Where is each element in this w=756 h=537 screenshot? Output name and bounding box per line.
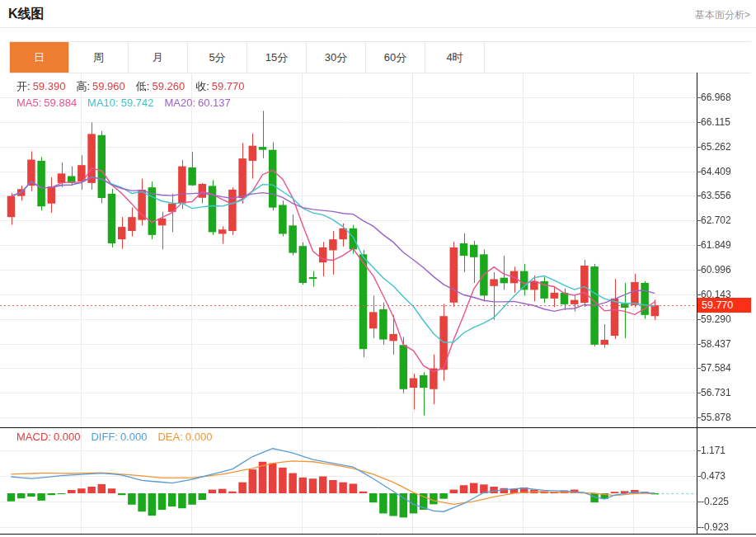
indicator-label: 收:: [195, 80, 209, 92]
indicator-label: 低:: [136, 80, 150, 92]
indicator-label: DIFF:: [91, 431, 118, 443]
indicator-label: MA5:: [16, 97, 41, 109]
y-axis-label: 64.409: [701, 166, 731, 177]
indicator-value: 59.960: [92, 80, 125, 92]
indicator-value: 59.770: [212, 80, 245, 92]
y-axis-label: 63.556: [701, 190, 731, 201]
y-axis-label: 1.171: [701, 445, 725, 456]
y-axis-label: 66.115: [701, 116, 730, 128]
indicator-value: 59.390: [33, 80, 66, 92]
macd-readout-row: MACD:0.000DIFF:0.000DEA:0.000: [16, 431, 223, 443]
ohlc-item: 低:59.260: [136, 80, 185, 92]
y-axis-label: 61.849: [701, 239, 731, 251]
kline-page: K线图 基本面分析> 日周月5分15分30分60分4时 开:59.390高:59…: [0, 0, 756, 537]
indicator-value: 0.000: [120, 431, 148, 443]
indicator-value: 59.884: [44, 97, 77, 109]
indicator-label: DEA:: [157, 431, 182, 443]
ohlc-item: 开:59.390: [16, 80, 65, 92]
ohlc-item: 收:59.770: [195, 80, 244, 92]
indicator-value: 59.742: [121, 97, 154, 109]
y-axis-label: -0.923: [701, 521, 729, 533]
y-axis-label: 58.437: [701, 338, 731, 350]
ma-readout-row: MA5:59.884MA10:59.742MA20:60.137: [16, 97, 242, 109]
ma-item: MA20:60.137: [164, 97, 230, 109]
y-axis-label: 60.996: [701, 264, 731, 276]
y-axis-label: -0.225: [701, 496, 729, 507]
y-axis-label: 56.731: [701, 387, 731, 398]
indicator-value: 60.137: [198, 97, 231, 109]
indicator-value: 0.000: [185, 431, 213, 443]
macd-item: DEA:0.000: [157, 431, 212, 443]
indicator-label: MACD:: [16, 431, 51, 443]
y-axis-label: 62.702: [701, 214, 731, 226]
macd-item: DIFF:0.000: [91, 431, 147, 443]
y-axis-label: 0.473: [701, 470, 725, 482]
current-price-badge: 59.770: [697, 298, 751, 313]
ma-item: MA5:59.884: [16, 97, 77, 109]
ohlc-readout-row: 开:59.390高:59.960低:59.260收:59.770: [16, 79, 256, 94]
y-axis-label: 59.290: [701, 313, 731, 325]
y-axis-label: 57.584: [701, 362, 731, 374]
indicator-label: 开:: [16, 80, 31, 92]
y-axis-label: 65.262: [701, 141, 731, 153]
indicator-value: 0.000: [54, 431, 81, 443]
indicator-label: MA10:: [87, 97, 119, 109]
macd-item: MACD:0.000: [16, 431, 80, 443]
indicator-value: 59.260: [152, 80, 185, 92]
y-axis-label: 55.878: [701, 412, 731, 423]
ma-item: MA10:59.742: [87, 97, 153, 109]
ohlc-item: 高:59.960: [76, 80, 124, 92]
indicator-label: 高:: [76, 80, 90, 92]
indicator-label: MA20:: [164, 97, 195, 109]
y-axis-label: 66.968: [701, 92, 731, 103]
